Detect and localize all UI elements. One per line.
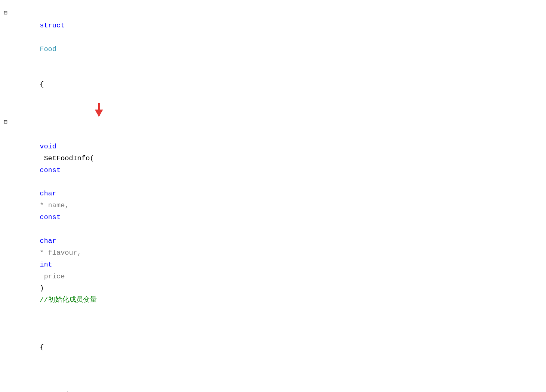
brace-open-struct: { — [40, 81, 44, 88]
arrow-1-row — [0, 103, 546, 117]
line-content-setfoodinfo: void SetFoodInfo( const char * name, con… — [11, 117, 546, 318]
space1 — [40, 34, 44, 41]
line-strcpy-name: strcpy( _name , name ); — [0, 365, 546, 392]
line-struct-food: ⊟ struct Food — [0, 8, 546, 67]
comment-init: //初始化成员变量 — [40, 296, 96, 304]
line-open-struct: { — [0, 67, 546, 103]
fold-struct[interactable]: ⊟ — [0, 8, 11, 19]
kw-void1: void — [40, 143, 56, 150]
line-content-brace1: { — [11, 67, 546, 103]
code-container: ⊟ struct Food { ⊟ void SetFoodInfo( cons… — [0, 0, 546, 392]
line-content-struct: struct Food — [11, 8, 546, 67]
fold-set-food[interactable]: ⊟ — [0, 117, 11, 128]
line-set-food-info: ⊟ void SetFoodInfo( const char * name, c… — [0, 117, 546, 318]
line-open-setfood: { — [0, 318, 546, 365]
type-food: Food — [40, 45, 56, 53]
kw-struct: struct — [40, 22, 65, 29]
